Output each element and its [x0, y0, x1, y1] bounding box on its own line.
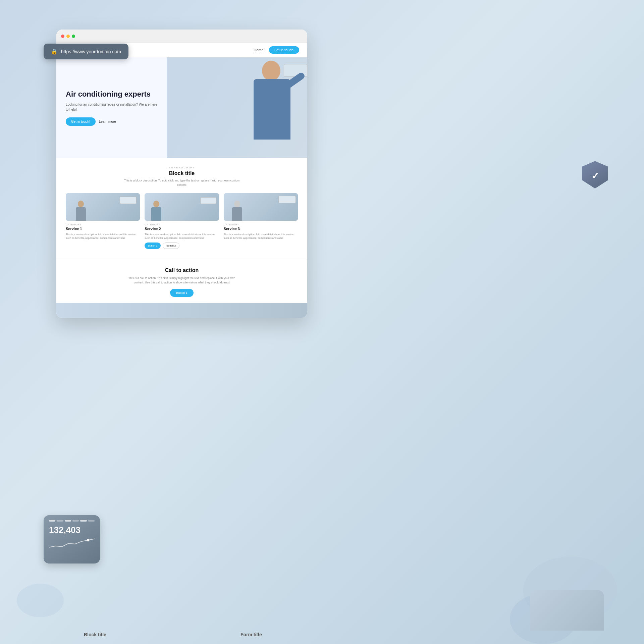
- hero-buttons: Get in touch! Learn more: [66, 117, 157, 126]
- cta-button[interactable]: Button 1: [170, 289, 194, 297]
- browser-dot-green[interactable]: [72, 35, 75, 38]
- nav-link-home[interactable]: Home: [254, 48, 263, 52]
- nav-cta-button[interactable]: Get in touch!: [269, 46, 299, 54]
- person-head: [262, 61, 280, 81]
- service-img-1: [66, 193, 140, 221]
- mini-person-2: [151, 201, 161, 221]
- bottom-image-strip: [56, 303, 307, 318]
- section-superscript: SUPERSCRIPT: [66, 166, 298, 169]
- service-name-2: Service 2: [145, 227, 219, 231]
- hero-subtitle: Looking for air conditioning repair or i…: [66, 102, 157, 112]
- service-2-btn2[interactable]: Button 2: [163, 243, 179, 249]
- website: ❄ Vegas Home Get in touch! Air condition…: [56, 43, 307, 318]
- hero-image-area: [167, 57, 307, 158]
- mini-ac-2: [200, 197, 216, 204]
- hero-section: Air conditioning experts Looking for air…: [56, 57, 307, 158]
- browser-window: ❄ Vegas Home Get in touch! Air condition…: [56, 30, 307, 318]
- stats-bar-5: [80, 520, 87, 522]
- service-2-buttons: Button 1 Button 2: [145, 243, 219, 249]
- service-name-3: Service 3: [224, 227, 298, 231]
- service-img-3: [224, 193, 298, 221]
- browser-chrome: [56, 30, 307, 43]
- service-category-1: Category: [66, 223, 140, 226]
- svg-point-0: [87, 539, 90, 541]
- security-badge: ✓: [582, 161, 608, 189]
- section-desc: This is a block description. To edit, cl…: [121, 178, 242, 187]
- stats-bar-row: [49, 520, 95, 522]
- services-grid: Category Service 1 This is a service des…: [66, 193, 298, 249]
- stats-bar-3: [65, 520, 71, 522]
- svc-img-bg-3: [224, 193, 298, 221]
- svc-img-bg-1: [66, 193, 140, 221]
- check-icon: ✓: [591, 170, 599, 181]
- service-card-3: Category Service 3 This is a service des…: [224, 193, 298, 249]
- stats-chart: [49, 537, 95, 550]
- stats-bar-1: [49, 520, 55, 522]
- services-section: SUPERSCRIPT Block title This is a block …: [56, 158, 307, 259]
- service-2-btn1[interactable]: Button 1: [145, 243, 161, 249]
- browser-dot-red[interactable]: [61, 35, 64, 38]
- service-category-3: Category: [224, 223, 298, 226]
- service-card-1: Category Service 1 This is a service des…: [66, 193, 140, 249]
- corner-figure: [530, 590, 604, 631]
- stats-number: 132,403: [49, 525, 95, 535]
- stats-bar-4: [72, 520, 79, 522]
- bottom-label-right: Form title: [240, 632, 262, 637]
- service-desc-2: This is a service description. Add more …: [145, 232, 219, 240]
- url-bar[interactable]: 🔒 https://www.yourdomain.com: [44, 44, 128, 59]
- section-title: Block title: [66, 170, 298, 176]
- person-silhouette: [223, 57, 307, 158]
- mini-ac-1: [120, 197, 137, 204]
- deco-shape-3: [17, 584, 64, 617]
- cta-title: Call to action: [66, 267, 298, 273]
- hero-title: Air conditioning experts: [66, 90, 157, 99]
- lock-icon: 🔒: [51, 48, 58, 55]
- url-text: https://www.yourdomain.com: [61, 49, 121, 54]
- service-desc-3: This is a service description. Add more …: [224, 232, 298, 240]
- svc-img-bg-2: [145, 193, 219, 221]
- stats-bar-6: [88, 520, 95, 522]
- stats-widget: 132,403: [44, 515, 100, 564]
- service-desc-1: This is a service description. Add more …: [66, 232, 140, 240]
- person-body: [254, 79, 290, 140]
- stats-bar-2: [57, 520, 63, 522]
- site-nav-links: Home Get in touch!: [254, 46, 299, 54]
- browser-dot-yellow[interactable]: [66, 35, 70, 38]
- bottom-label-left: Block title: [84, 632, 106, 637]
- mini-person-1: [76, 201, 86, 221]
- bottom-labels: Block title Form title: [84, 632, 262, 637]
- mini-person-3: [232, 201, 242, 221]
- cta-section: Call to action This is a call to action.…: [56, 259, 307, 303]
- service-category-2: Category: [145, 223, 219, 226]
- service-img-2: [145, 193, 219, 221]
- mini-ac-3: [278, 196, 296, 203]
- service-card-2: Category Service 2 This is a service des…: [145, 193, 219, 249]
- hero-cta-button[interactable]: Get in touch!: [66, 117, 96, 126]
- hero-learn-more-button[interactable]: Learn more: [99, 120, 116, 123]
- cta-desc: This is a call to action. To edit it, si…: [125, 276, 239, 285]
- service-name-1: Service 1: [66, 227, 140, 231]
- hero-text: Air conditioning experts Looking for air…: [56, 80, 167, 136]
